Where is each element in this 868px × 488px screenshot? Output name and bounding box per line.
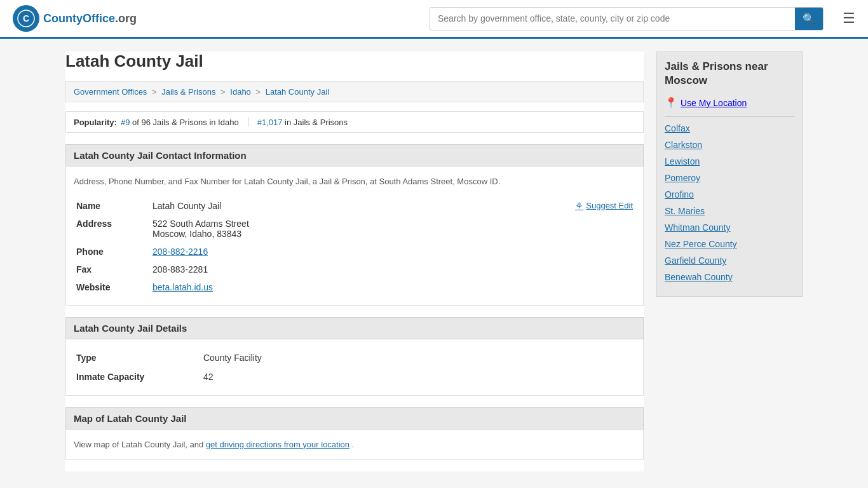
sidebar-link-stmaries[interactable]: St. Maries: [665, 206, 705, 216]
sidebar-title: Jails & Prisons near Moscow: [665, 60, 794, 88]
phone-label: Phone: [74, 243, 150, 261]
sidebar-link-lewiston[interactable]: Lewiston: [665, 156, 700, 166]
breadcrumb-latah-jail[interactable]: Latah County Jail: [266, 87, 329, 97]
sidebar-link-garfield[interactable]: Garfield County: [665, 255, 726, 266]
list-item: Pomeroy: [665, 173, 794, 183]
driving-directions-link[interactable]: get driving directions from your locatio…: [206, 440, 349, 449]
popularity-bar: Popularity: #9 of 96 Jails & Prisons in …: [65, 111, 644, 133]
details-capacity-row: Inmate Capacity 42: [74, 367, 635, 386]
popularity-rank: #9 of 96 Jails & Prisons in Idaho: [121, 118, 239, 127]
contact-website-row: Website beta.latah.id.us: [74, 278, 635, 296]
fax-label: Fax: [74, 261, 150, 278]
breadcrumb-government-offices[interactable]: Government Offices: [74, 87, 147, 97]
page-container: Latah County Jail Government Offices > J…: [53, 39, 815, 484]
site-logo[interactable]: C CountyOffice.org: [13, 5, 137, 32]
sidebar-box: Jails & Prisons near Moscow 📍 Use My Loc…: [656, 51, 803, 297]
popularity-label: Popularity:: [74, 118, 117, 127]
capacity-label: Inmate Capacity: [74, 367, 201, 386]
contact-section-body: Address, Phone Number, and Fax Number fo…: [65, 166, 644, 306]
list-item: Nez Perce County: [665, 239, 794, 249]
sidebar-link-pomeroy[interactable]: Pomeroy: [665, 173, 700, 183]
address-label: Address: [74, 215, 150, 243]
breadcrumb: Government Offices > Jails & Prisons > I…: [65, 81, 644, 102]
type-value: County Facility: [201, 348, 635, 367]
website-value: beta.latah.id.us: [150, 278, 635, 296]
search-button[interactable]: 🔍: [795, 8, 823, 30]
details-section-header: Latah County Jail Details: [65, 317, 644, 339]
capacity-value: 42: [201, 367, 635, 386]
search-input[interactable]: [430, 8, 795, 29]
list-item: Clarkston: [665, 140, 794, 150]
type-label: Type: [74, 348, 201, 367]
contact-table: Name Latah County Jail ⚘ Suggest Edit Ad…: [74, 197, 635, 296]
details-table: Type County Facility Inmate Capacity 42: [74, 348, 635, 386]
suggest-edit-button[interactable]: ⚘ Suggest Edit: [575, 201, 633, 211]
list-item: Lewiston: [665, 156, 794, 166]
list-item: Garfield County: [665, 255, 794, 266]
sidebar-link-clarkston[interactable]: Clarkston: [665, 140, 702, 150]
sidebar-link-whitman[interactable]: Whitman County: [665, 222, 730, 233]
sidebar-link-orofino[interactable]: Orofino: [665, 189, 694, 200]
list-item: Benewah County: [665, 272, 794, 282]
phone-link[interactable]: 208-882-2216: [153, 247, 208, 257]
edit-icon: ⚘: [575, 201, 583, 211]
sidebar-link-colfax[interactable]: Colfax: [665, 123, 690, 133]
page-title: Latah County Jail: [65, 51, 644, 81]
contact-fax-row: Fax 208-883-2281: [74, 261, 635, 278]
contact-description: Address, Phone Number, and Fax Number fo…: [74, 175, 635, 188]
hamburger-icon: ☰: [843, 10, 855, 26]
sidebar-link-benewah[interactable]: Benewah County: [665, 272, 733, 282]
popularity-national-link[interactable]: #1,017: [257, 118, 283, 127]
name-value: Latah County Jail ⚘ Suggest Edit: [150, 197, 635, 215]
sidebar: Jails & Prisons near Moscow 📍 Use My Loc…: [656, 51, 803, 471]
svg-text:C: C: [23, 13, 29, 24]
search-icon: 🔍: [803, 13, 815, 24]
main-content: Latah County Jail Government Offices > J…: [65, 51, 644, 471]
popularity-national: #1,017 in Jails & Prisons: [257, 118, 348, 127]
list-item: Whitman County: [665, 222, 794, 233]
list-item: St. Maries: [665, 206, 794, 216]
location-pin-icon: 📍: [665, 97, 677, 109]
map-section-body: View map of Latah County Jail, and get d…: [65, 430, 644, 461]
logo-icon: C: [13, 5, 39, 32]
list-item: Orofino: [665, 189, 794, 200]
contact-section-header: Latah County Jail Contact Information: [65, 144, 644, 166]
popularity-rank-link[interactable]: #9: [121, 118, 130, 127]
list-item: Colfax: [665, 123, 794, 133]
website-label: Website: [74, 278, 150, 296]
sidebar-links-list: Colfax Clarkston Lewiston Pomeroy Orofin…: [665, 123, 794, 282]
address-value: 522 South Adams Street Moscow, Idaho, 83…: [150, 215, 635, 243]
logo-text: CountyOffice.org: [43, 12, 137, 25]
phone-value: 208-882-2216: [150, 243, 635, 261]
search-bar: 🔍: [430, 7, 824, 30]
popularity-divider: [248, 117, 248, 127]
map-description: View map of Latah County Jail, and get d…: [74, 438, 635, 451]
breadcrumb-jails-prisons[interactable]: Jails & Prisons: [161, 87, 215, 97]
website-link[interactable]: beta.latah.id.us: [153, 282, 213, 292]
sidebar-divider: [665, 116, 794, 117]
breadcrumb-sep-1: >: [152, 87, 159, 97]
menu-button[interactable]: ☰: [843, 10, 855, 27]
contact-phone-row: Phone 208-882-2216: [74, 243, 635, 261]
contact-name-row: Name Latah County Jail ⚘ Suggest Edit: [74, 197, 635, 215]
breadcrumb-idaho[interactable]: Idaho: [230, 87, 251, 97]
name-label: Name: [74, 197, 150, 215]
breadcrumb-sep-3: >: [255, 87, 262, 97]
details-type-row: Type County Facility: [74, 348, 635, 367]
sidebar-link-nezperce[interactable]: Nez Perce County: [665, 239, 737, 249]
use-location-link[interactable]: Use My Location: [681, 98, 747, 108]
details-section-body: Type County Facility Inmate Capacity 42: [65, 339, 644, 396]
breadcrumb-sep-2: >: [220, 87, 227, 97]
site-header: C CountyOffice.org 🔍 ☰: [0, 0, 868, 39]
fax-value: 208-883-2281: [150, 261, 635, 278]
map-section-header: Map of Latah County Jail: [65, 407, 644, 430]
contact-address-row: Address 522 South Adams Street Moscow, I…: [74, 215, 635, 243]
use-location-row: 📍 Use My Location: [665, 97, 794, 109]
